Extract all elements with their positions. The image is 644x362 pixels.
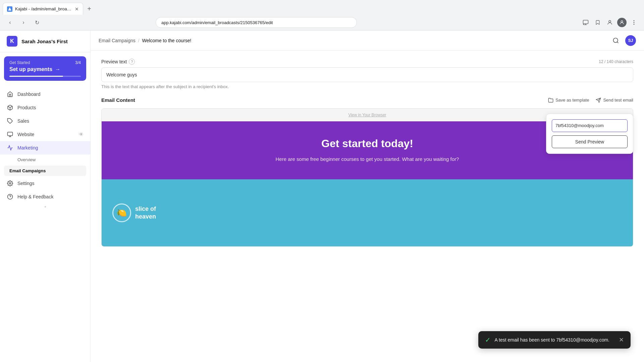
sidebar-header: K Sarah Jonas's First: [0, 31, 90, 52]
progress-bar: [9, 76, 81, 77]
svg-point-11: [9, 183, 11, 184]
citrus-icon: 🍋: [117, 208, 127, 218]
get-started-progress: 3/4: [75, 60, 81, 65]
get-started-title: Set up payments: [9, 66, 52, 72]
sidebar-item-settings[interactable]: Settings: [0, 177, 90, 190]
breadcrumb-email-campaigns[interactable]: Email Campaigns: [99, 38, 136, 43]
search-button[interactable]: [610, 35, 621, 46]
incognito-button[interactable]: [617, 18, 627, 27]
svg-point-3: [634, 20, 635, 21]
breadcrumb: Email Campaigns / Welcome to the course!: [99, 38, 191, 43]
dashboard-label: Dashboard: [17, 92, 41, 97]
bookmark-icon[interactable]: [593, 18, 602, 27]
sidebar-item-website[interactable]: Website 👁: [0, 128, 90, 141]
preview-text-field: Preview text ? 12 / 140 characters This …: [101, 59, 633, 89]
help-icon: [7, 193, 13, 200]
avatar[interactable]: SJ: [625, 35, 636, 46]
svg-line-15: [617, 42, 619, 43]
address-bar: ‹ › ↻ app.kajabi.com/admin/email_broadca…: [0, 15, 644, 30]
citrus-logo: 🍋 slice ofheaven: [112, 203, 156, 222]
sidebar-item-products[interactable]: Products: [0, 101, 90, 114]
svg-point-1: [609, 20, 611, 22]
svg-point-2: [621, 21, 623, 22]
char-count: 12 / 140 characters: [599, 59, 633, 64]
overview-label: Overview: [17, 157, 36, 162]
get-started-label: Get Started: [9, 60, 30, 65]
sidebar-item-marketing[interactable]: Marketing: [0, 141, 90, 155]
app-logo[interactable]: K: [7, 36, 17, 47]
email-citrus-section: 🍋 slice ofheaven: [102, 179, 633, 246]
breadcrumb-separator: /: [138, 38, 140, 43]
sidebar-item-dashboard[interactable]: Dashboard: [0, 87, 90, 101]
svg-point-14: [613, 38, 618, 42]
url-text: app.kajabi.com/admin/email_broadcasts/21…: [161, 20, 351, 25]
send-test-email-button[interactable]: Send test email Send Preview: [596, 98, 633, 103]
email-content-title: Email Content: [101, 97, 135, 103]
sidebar-subitem-overview[interactable]: Overview: [0, 155, 90, 165]
email-content-header: Email Content Save as template Send test…: [101, 97, 633, 103]
preview-text-input[interactable]: [101, 67, 633, 82]
citrus-circle: 🍋: [112, 203, 131, 222]
sidebar-item-help[interactable]: Help & Feedback: [0, 190, 90, 203]
header-actions: SJ: [610, 35, 636, 46]
svg-rect-0: [583, 20, 588, 24]
eye-icon[interactable]: 👁: [79, 132, 84, 137]
tab-title: Kajabi - /admin/email_broadcast...: [15, 6, 72, 11]
send-test-popup: Send Preview: [546, 114, 633, 154]
gear-icon: [7, 180, 13, 187]
menu-icon[interactable]: [629, 18, 639, 27]
send-test-email-label: Send test email: [603, 98, 633, 103]
get-started-card[interactable]: Get Started 3/4 Set up payments →: [4, 56, 86, 81]
help-label: Help & Feedback: [17, 194, 53, 199]
preview-text-hint: This is the text that appears after the …: [101, 84, 633, 89]
main-content: Preview text ? 12 / 140 characters This …: [91, 51, 644, 362]
preview-text-label: Preview text: [101, 59, 127, 64]
svg-point-5: [634, 24, 635, 25]
browser-chrome: Kajabi - /admin/email_broadcast... ✕ + ‹…: [0, 0, 644, 31]
page-header: Email Campaigns / Welcome to the course!…: [91, 31, 644, 51]
toast-notification: ✓ A test email has been sent to 7bf54310…: [478, 331, 631, 349]
products-label: Products: [17, 105, 36, 110]
citrus-text: slice ofheaven: [135, 205, 156, 221]
url-bar[interactable]: app.kajabi.com/admin/email_broadcasts/21…: [156, 17, 357, 28]
get-started-arrow: →: [55, 66, 60, 72]
svg-rect-8: [8, 132, 13, 136]
email-hero-title: Get started today!: [115, 137, 620, 150]
sidebar-item-sales[interactable]: Sales: [0, 114, 90, 128]
sidebar-subitem-email-campaigns[interactable]: Email Campaigns: [4, 166, 86, 176]
forward-button[interactable]: ›: [19, 18, 28, 27]
svg-point-4: [634, 22, 635, 23]
back-button[interactable]: ‹: [5, 18, 15, 27]
monitor-icon: [7, 131, 13, 138]
test-email-input[interactable]: [552, 119, 628, 132]
tab-bar: Kajabi - /admin/email_broadcast... ✕ +: [0, 0, 644, 15]
home-icon: [7, 91, 13, 98]
section-actions: Save as template Send test email Send Pr…: [548, 98, 633, 103]
toast-message: A test email has been sent to 7bf54310@m…: [495, 337, 609, 343]
settings-label: Settings: [17, 181, 35, 186]
megaphone-icon: [7, 144, 13, 151]
preview-text-help-icon[interactable]: ?: [129, 59, 135, 65]
website-label: Website: [17, 132, 34, 137]
marketing-label: Marketing: [17, 145, 38, 150]
box-icon: [7, 104, 13, 111]
send-preview-button[interactable]: Send Preview: [552, 135, 628, 148]
sales-label: Sales: [17, 118, 29, 124]
reload-button[interactable]: ↻: [32, 18, 42, 27]
active-tab[interactable]: Kajabi - /admin/email_broadcast... ✕: [3, 3, 83, 15]
sidebar-nav: Dashboard Products Sales: [0, 85, 90, 362]
cast-icon[interactable]: [581, 18, 590, 27]
save-as-template-button[interactable]: Save as template: [548, 98, 589, 103]
profile-icon[interactable]: [605, 18, 614, 27]
email-hero-body: Here are some free beginner courses to g…: [115, 155, 620, 163]
save-as-template-label: Save as template: [555, 98, 589, 103]
breadcrumb-current: Welcome to the course!: [142, 38, 192, 43]
tag-icon: [7, 118, 13, 124]
new-tab-button[interactable]: +: [85, 4, 94, 13]
browser-actions: [581, 18, 639, 27]
scroll-indicator: [0, 203, 90, 210]
tab-close-button[interactable]: ✕: [75, 6, 79, 12]
email-campaigns-label: Email Campaigns: [9, 168, 46, 173]
tab-favicon: [7, 6, 12, 12]
toast-close-button[interactable]: ✕: [619, 336, 624, 344]
